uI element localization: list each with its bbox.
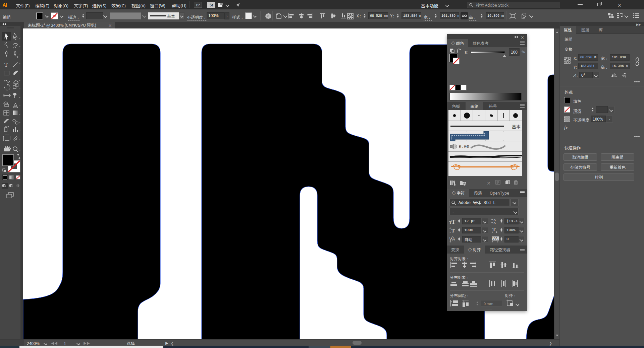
svg-text:A: A (452, 236, 455, 241)
svg-text:T: T (451, 219, 455, 224)
svg-text:6.00: 6.00 (459, 144, 469, 149)
svg-text:T: T (451, 228, 455, 233)
svg-text:A: A (495, 236, 498, 240)
svg-text:A: A (493, 221, 496, 224)
svg-text:T: T (492, 227, 496, 232)
svg-text:T: T (4, 62, 8, 68)
